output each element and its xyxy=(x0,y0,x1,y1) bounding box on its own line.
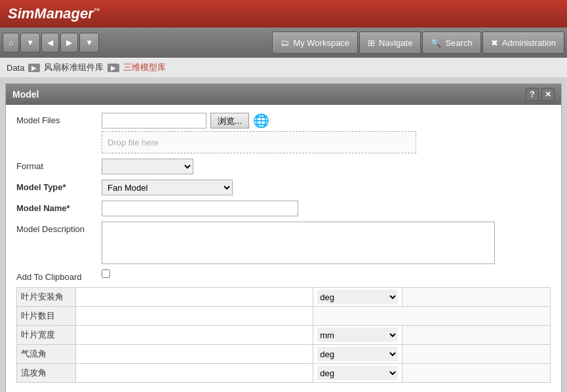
panel-header: Model ? ✕ xyxy=(6,84,561,105)
model-name-row: Model Name* xyxy=(16,201,551,216)
navigate-icon: ⊞ xyxy=(368,38,375,48)
back-icon: ◀ xyxy=(47,38,53,47)
format-select[interactable]: STLSTEPIGESOBJ xyxy=(102,159,193,174)
toolbar: ⌂ ▼ ◀ ▶ ▼ 🗂 My Workspace ⊞ Navigate 🔍 Se… xyxy=(0,28,567,58)
params-table: 叶片安装角degrad叶片数目叶片宽度mmcmmin气流角degrad流攻角de… xyxy=(16,287,551,383)
drop-zone[interactable]: Drop file here xyxy=(102,131,416,153)
breadcrumb: Data ▶ 风扇标准组件库 ▶ 三维模型库 xyxy=(0,58,567,78)
param-unit-cell: degrad xyxy=(313,364,402,383)
model-type-row: Model Type* Fan ModelPump ModelMotor Mod… xyxy=(16,180,551,195)
close-button[interactable]: ✕ xyxy=(541,88,555,101)
param-unit-cell: mmcmmin xyxy=(313,326,402,345)
format-row: Format STLSTEPIGESOBJ xyxy=(16,159,551,174)
table-row: 叶片数目 xyxy=(17,307,551,326)
clipboard-checkbox[interactable] xyxy=(102,269,110,278)
model-type-select[interactable]: Fan ModelPump ModelMotor Model xyxy=(102,180,233,195)
workspace-icon: 🗂 xyxy=(281,38,289,48)
back-button[interactable]: ◀ xyxy=(41,33,59,52)
param-unit-select[interactable]: degrad xyxy=(317,366,398,380)
param-empty-cell xyxy=(402,326,550,345)
workspace-button[interactable]: 🗂 My Workspace xyxy=(272,31,358,54)
param-label: 气流角 xyxy=(17,345,76,364)
admin-icon: ✖ xyxy=(491,38,498,48)
model-panel: Model ? ✕ Model Files 浏览... 🌐 xyxy=(5,83,562,392)
param-label: 叶片宽度 xyxy=(17,326,76,345)
param-label: 叶片数目 xyxy=(17,307,76,326)
param-value-input[interactable] xyxy=(80,328,309,342)
model-desc-textarea[interactable] xyxy=(102,222,495,264)
forward-button[interactable]: ▶ xyxy=(60,33,78,52)
param-value-cell xyxy=(76,288,313,307)
model-file-input[interactable] xyxy=(102,113,206,128)
param-unit-select[interactable]: degrad xyxy=(317,347,398,361)
table-row: 流攻角degrad xyxy=(17,364,551,383)
param-value-input[interactable] xyxy=(80,366,309,380)
breadcrumb-arrow-2: ▶ xyxy=(108,64,119,72)
param-value-input[interactable] xyxy=(80,309,309,323)
admin-button[interactable]: ✖ Administration xyxy=(482,31,564,54)
panel-body: Model Files 浏览... 🌐 Drop file here Forma… xyxy=(6,105,561,391)
param-empty-cell xyxy=(402,364,550,383)
nav-group: ▼ ◀ ▶ ▼ xyxy=(20,33,99,52)
param-empty-cell xyxy=(402,345,550,364)
clipboard-label: Add To Clipboard xyxy=(16,269,102,282)
browse-button[interactable]: 浏览... xyxy=(210,113,249,128)
breadcrumb-arrow-1: ▶ xyxy=(28,64,40,72)
breadcrumb-level2: 三维模型库 xyxy=(123,62,166,73)
drop-placeholder: Drop file here xyxy=(108,138,159,147)
breadcrumb-level1[interactable]: 风扇标准组件库 xyxy=(44,62,104,73)
home-icon: ⌂ xyxy=(9,38,13,47)
navigate-button[interactable]: ⊞ Navigate xyxy=(359,31,421,54)
model-desc-label: Model Description xyxy=(16,222,102,234)
forward-dropdown-button[interactable]: ▼ xyxy=(79,33,99,52)
param-value-cell xyxy=(76,345,313,364)
model-desc-row: Model Description xyxy=(16,222,551,264)
param-label: 流攻角 xyxy=(17,364,76,383)
app-title: SimManager™ xyxy=(8,5,100,22)
forward-dropdown-icon: ▼ xyxy=(85,38,93,47)
app-header: SimManager™ xyxy=(0,0,567,28)
param-unit-select[interactable]: degrad xyxy=(317,290,398,304)
forward-icon: ▶ xyxy=(66,38,72,47)
param-unit-cell: degrad xyxy=(313,345,402,364)
search-button[interactable]: 🔍 Search xyxy=(422,31,480,54)
param-value-input[interactable] xyxy=(80,347,309,361)
model-files-row: Model Files 浏览... 🌐 Drop file here xyxy=(16,113,551,153)
panel-header-icons: ? ✕ xyxy=(526,88,555,101)
param-empty-cell xyxy=(402,288,550,307)
globe-icon: 🌐 xyxy=(253,113,269,128)
table-row: 叶片宽度mmcmmin xyxy=(17,326,551,345)
breadcrumb-root[interactable]: Data xyxy=(7,63,24,73)
help-button[interactable]: ? xyxy=(526,88,539,101)
dropdown-button[interactable]: ▼ xyxy=(20,33,40,52)
table-row: 叶片安装角degrad xyxy=(17,288,551,307)
table-row: 气流角degrad xyxy=(17,345,551,364)
main-content: Model ? ✕ Model Files 浏览... 🌐 xyxy=(0,78,567,392)
dropdown-icon: ▼ xyxy=(26,38,34,47)
format-label: Format xyxy=(16,159,102,171)
model-files-controls: 浏览... 🌐 Drop file here xyxy=(102,113,416,153)
param-label: 叶片安装角 xyxy=(17,288,76,307)
search-icon: 🔍 xyxy=(431,38,441,48)
home-button[interactable]: ⌂ xyxy=(3,33,19,52)
clipboard-row: Add To Clipboard xyxy=(16,269,551,282)
param-value-cell xyxy=(76,307,313,326)
param-value-cell xyxy=(76,364,313,383)
param-value-input[interactable] xyxy=(80,290,309,304)
model-type-label: Model Type* xyxy=(16,180,102,192)
panel-title: Model xyxy=(12,89,39,100)
param-no-unit-cell xyxy=(313,307,551,326)
param-unit-select[interactable]: mmcmmin xyxy=(317,328,398,342)
param-value-cell xyxy=(76,326,313,345)
param-unit-cell: degrad xyxy=(313,288,402,307)
model-name-label: Model Name* xyxy=(16,201,102,213)
model-name-input[interactable] xyxy=(102,201,298,216)
model-files-label: Model Files xyxy=(16,113,102,125)
